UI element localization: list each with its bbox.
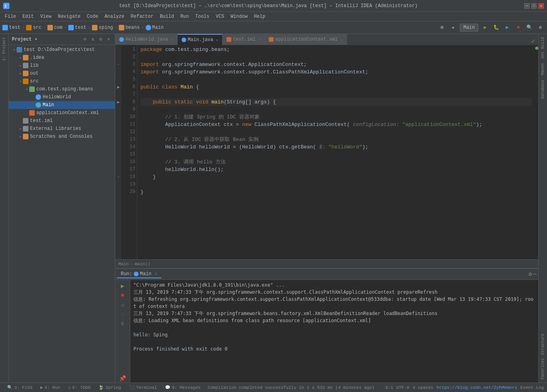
panel-expand-icon[interactable]: ⇅ (90, 36, 96, 43)
tab-main[interactable]: Main.java ✕ (178, 34, 223, 45)
console-rerun-btn[interactable]: ↺ (118, 300, 127, 309)
status-find-tab[interactable]: 🔍 3: Find (3, 383, 36, 392)
menu-run[interactable]: Run (177, 13, 192, 20)
menu-help[interactable]: Help (251, 13, 268, 20)
tree-item-helloworld[interactable]: HelloWorld (9, 93, 115, 101)
ant-build-label[interactable]: Ant Build (540, 36, 546, 60)
breadcrumb-main[interactable]: Main (146, 25, 164, 30)
breadcrumb-com[interactable]: com (47, 25, 63, 30)
folder-test-icon (17, 47, 22, 53)
close-button[interactable]: ✕ (538, 3, 544, 9)
menu-code[interactable]: Code (84, 13, 101, 20)
tree-item-idea[interactable]: ▸ .idea (9, 54, 115, 62)
breadcrumb-test2[interactable]: test (68, 25, 86, 30)
status-event-log[interactable]: Event Log (521, 385, 544, 390)
tab-helloworld[interactable]: HelloWorld.java ✕ (115, 34, 178, 45)
console-scroll-end-btn[interactable]: ↓ (118, 310, 127, 319)
code-content[interactable]: package com.test.sping.beans; import org… (137, 46, 535, 259)
gutter-12 (115, 128, 122, 136)
ln-15: 15 (123, 151, 135, 158)
console-run-btn[interactable]: ▶ (118, 281, 127, 290)
code-line-3: import org.springframework.context.Appli… (140, 61, 532, 68)
run-config-dropdown[interactable]: Main (460, 24, 478, 32)
breadcrumb-beans[interactable]: beans (119, 25, 140, 30)
status-url[interactable]: https://blog.csdn.net/ZyhMemory (436, 385, 517, 390)
tree-item-src[interactable]: ▾ src (9, 77, 115, 85)
menu-vcs[interactable]: VCS (213, 13, 228, 20)
tree-item-extlib[interactable]: ▸ External Libraries (9, 125, 115, 133)
bookmark-icon[interactable]: ★ (449, 23, 457, 32)
menu-edit[interactable]: Edit (19, 13, 37, 20)
tab-main-close[interactable]: ✕ (215, 38, 218, 43)
settings-icon[interactable]: ⚙ (536, 23, 545, 32)
tree-item-out[interactable]: ▸ out (9, 69, 115, 77)
run-tab[interactable]: Run: Main ✕ (117, 270, 161, 278)
breadcrumb-sping[interactable]: sping (92, 25, 113, 30)
run-tab-close[interactable]: ✕ (155, 271, 157, 277)
status-indent[interactable]: 4 spaces (412, 385, 433, 390)
tree-item-main[interactable]: Main (9, 101, 115, 109)
tree-item-test-root[interactable]: ▾ test D:\IdeaProjects\test (9, 46, 115, 54)
status-terminal-tab[interactable]: ⬛ Terminal (125, 383, 161, 392)
panel-title: Project ▾ (12, 36, 82, 42)
folder-scratches-icon (23, 134, 28, 139)
project-panel-label[interactable]: 1: Project (1, 36, 7, 62)
menu-file[interactable]: File (2, 13, 19, 20)
panel-settings-icon[interactable]: ⚙ (97, 36, 104, 43)
console-clear-btn[interactable]: 🗑 (118, 319, 127, 328)
tab-main-label: Main.java (188, 37, 214, 43)
menu-build[interactable]: Build (157, 13, 177, 20)
run-coverage-button[interactable]: ▶ (503, 23, 511, 32)
maven-label[interactable]: Maven (540, 62, 546, 77)
find-label: 3: Find (14, 385, 32, 390)
structure-label[interactable]: Structure (540, 332, 546, 356)
console-collapse-icon[interactable]: — (534, 271, 537, 278)
menu-tools[interactable]: Tools (192, 13, 213, 20)
console-line-4: 三月 13, 2019 7:47:33 下午 org.springframewo… (133, 310, 535, 317)
ln-20: 20 (123, 188, 135, 196)
run-button[interactable]: ▶ (481, 23, 489, 32)
menu-view[interactable]: View (37, 13, 55, 20)
code-editor[interactable]: ▾ ▶ ▶ ▾ 1 2 (115, 46, 538, 259)
maximize-button[interactable]: □ (531, 3, 537, 9)
status-todo-tab[interactable]: ☑ 6: TODO (64, 383, 94, 392)
status-spring-tab[interactable]: 🍃 Spring (94, 383, 125, 392)
window-controls[interactable]: — □ ✕ (524, 3, 544, 9)
tree-item-pkg[interactable]: ▾ com.test.sping.beans (9, 85, 115, 93)
console-gear-icon[interactable]: ⚙ (528, 271, 532, 278)
status-messages-tab[interactable]: 💬 0: Messages (161, 383, 205, 392)
minimize-button[interactable]: — (524, 3, 530, 9)
database-label[interactable]: Database (540, 78, 546, 100)
console-pin-btn[interactable]: 📌 (118, 374, 127, 383)
tree-item-test-iml[interactable]: test.iml (9, 117, 115, 125)
search-everywhere-icon[interactable]: 🔍 (525, 23, 534, 32)
ln-19: 19 (123, 181, 135, 188)
status-encoding[interactable]: UTF-8 (396, 385, 409, 390)
gutter-15 (115, 151, 122, 158)
tab-appctx-close[interactable]: ✕ (340, 37, 343, 42)
panel-locate-icon[interactable]: ⊙ (82, 36, 88, 43)
favorites-label[interactable]: Favorites (540, 356, 546, 381)
tab-helloworld-close[interactable]: ✕ (170, 37, 173, 42)
tab-testiml-close[interactable]: ✕ (258, 37, 261, 42)
console-stop-btn[interactable]: ■ (118, 291, 127, 300)
panel-close-icon[interactable]: ✕ (105, 36, 112, 43)
menu-refactor[interactable]: Refactor (127, 13, 157, 20)
tree-item-appctx[interactable]: applicationContext.xml (9, 109, 115, 117)
tab-appctx[interactable]: applicationContext.xml ✕ (265, 34, 347, 45)
breadcrumb-src[interactable]: src (26, 25, 41, 30)
menu-window[interactable]: Window (227, 13, 251, 20)
stop-button[interactable]: ■ (514, 23, 523, 32)
tab-test-iml[interactable]: test.iml ✕ (223, 34, 265, 45)
debug-button[interactable]: 🐛 (492, 23, 500, 32)
menu-analyze[interactable]: Analyze (101, 13, 127, 20)
gutter-4 (115, 68, 122, 76)
tree-item-scratches[interactable]: ▸ Scratches and Consoles (9, 133, 115, 141)
tree-item-lib[interactable]: ▸ lib (9, 62, 115, 69)
tab-testiml-icon (227, 37, 231, 42)
structure-icon[interactable]: ⊞ (438, 23, 446, 32)
breadcrumb-test[interactable]: test (2, 25, 21, 30)
menu-navigate[interactable]: Navigate (54, 13, 84, 20)
status-run-tab[interactable]: ▶ 4: Run (36, 383, 64, 392)
status-position[interactable]: 9:1 (385, 385, 393, 390)
